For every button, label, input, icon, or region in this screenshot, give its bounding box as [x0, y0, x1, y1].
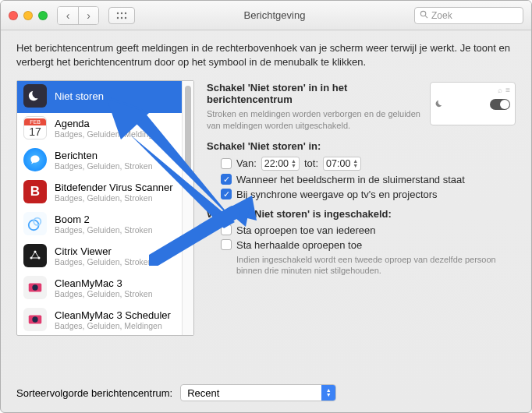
from-label: Van: — [236, 157, 257, 169]
sidebar-item-citrix[interactable]: Citrix ViewerBadges, Geluiden, Stroken — [17, 241, 182, 273]
moon-icon — [435, 99, 445, 110]
search-icon — [420, 10, 428, 21]
notifications-prefpane: ‹ › Berichtgeving Zoek Het berichtencent… — [0, 0, 532, 413]
to-label: tot: — [304, 157, 318, 169]
svg-point-6 — [420, 11, 425, 16]
bitdefender-icon: B — [23, 180, 47, 203]
sidebar-item-bitdefender[interactable]: B Bitdefender Virus ScannerBadges, Gelui… — [17, 177, 182, 209]
cleanmymac-icon — [23, 308, 47, 331]
sidebar-item-cleanmymac-scheduler[interactable]: CleanMyMac 3 SchedulerBadges, Geluiden, … — [17, 305, 182, 335]
repeat-note: Indien ingeschakeld wordt een tweede opr… — [236, 254, 516, 277]
checkbox-mirroring[interactable]: ✓ — [221, 189, 232, 199]
opt-label: Sta oproepen toe van iedereen — [236, 224, 376, 236]
detail-pane: Schakel 'Niet storen' in in het berichte… — [207, 80, 516, 336]
dnd-toggle — [490, 99, 510, 110]
window-controls — [9, 11, 48, 20]
checkbox-display-sleep[interactable]: ✓ — [221, 174, 232, 185]
svg-point-3 — [117, 16, 119, 18]
svg-point-0 — [117, 12, 119, 13]
sidebar-item-label: CleanMyMac 3 Scheduler — [55, 309, 171, 321]
calendar-icon: FEB17 — [23, 116, 47, 139]
sort-order-select[interactable]: Recent ▲▼ — [180, 384, 336, 401]
sidebar-item-label: Bitdefender Virus Scanner — [55, 182, 173, 193]
sidebar-item-agenda[interactable]: FEB17 AgendaBadges, Geluiden, Meldingen — [17, 113, 182, 145]
svg-point-1 — [121, 12, 122, 13]
checkbox-schedule[interactable] — [221, 158, 232, 169]
sidebar-item-do-not-disturb[interactable]: Niet storen — [17, 81, 182, 113]
opt-label: Bij synchrone weergave op tv's en projec… — [236, 189, 438, 200]
window-title: Berichtgeving — [141, 9, 408, 21]
show-all-button[interactable] — [108, 7, 135, 24]
scrollbar-thumb[interactable] — [185, 86, 191, 171]
detail-heading: Schakel 'Niet storen' in in het berichte… — [207, 82, 347, 105]
close-icon[interactable] — [9, 11, 18, 20]
sidebar-item-label: Agenda — [55, 118, 162, 129]
detail-hint: Stroken en meldingen worden verborgen en… — [207, 108, 422, 131]
scrollbar[interactable] — [182, 81, 193, 335]
stepper-icon[interactable]: ▲▼ — [353, 159, 358, 168]
messages-icon — [23, 148, 47, 171]
boom-icon — [23, 212, 47, 235]
svg-line-7 — [425, 16, 427, 18]
moon-icon — [23, 84, 47, 108]
titlebar: ‹ › Berichtgeving Zoek — [1, 1, 531, 30]
sidebar-item-label: Niet storen — [55, 90, 104, 102]
cleanmymac-icon — [23, 276, 47, 299]
sidebar-item-cleanmymac[interactable]: CleanMyMac 3Badges, Geluiden, Stroken — [17, 273, 182, 305]
svg-point-5 — [125, 16, 126, 18]
minimize-icon[interactable] — [23, 11, 33, 20]
search-input[interactable]: Zoek — [414, 7, 523, 24]
intro-text: Het berichtencentrum geeft meldingen in … — [16, 41, 516, 69]
checkbox-allow-repeat[interactable] — [221, 239, 232, 250]
search-icon: ⌕ — [498, 86, 502, 94]
stepper-icon[interactable]: ▲▼ — [291, 159, 296, 168]
citrix-icon — [23, 244, 47, 267]
sidebar-item-label: CleanMyMac 3 — [55, 277, 153, 289]
menu-icon: ≡ — [505, 86, 510, 94]
sort-label: Sorteervolgorde berichtencentrum: — [16, 387, 172, 399]
sidebar-item-berichten[interactable]: BerichtenBadges, Geluiden, Stroken — [17, 145, 182, 177]
chevron-updown-icon: ▲▼ — [321, 385, 335, 401]
sidebar-item-label: Citrix Viewer — [55, 245, 153, 257]
app-list: Niet storen FEB17 AgendaBadges, Geluiden… — [16, 80, 194, 336]
notification-center-preview: ⌕≡ — [430, 82, 516, 125]
footer: Sorteervolgorde berichtencentrum: Recent… — [16, 384, 336, 401]
back-button[interactable]: ‹ — [58, 7, 78, 24]
from-time-input[interactable]: 22:00 ▲▼ — [261, 157, 300, 171]
zoom-icon[interactable] — [38, 11, 48, 20]
sidebar-item-label: Boom 2 — [55, 214, 153, 225]
svg-point-14 — [32, 285, 37, 291]
opt-label: Sta herhaalde oproepen toe — [236, 239, 362, 251]
search-placeholder: Zoek — [431, 10, 452, 21]
sidebar-item-label: Berichten — [55, 150, 153, 161]
nav-buttons: ‹ › — [57, 6, 99, 25]
forward-button[interactable]: › — [78, 7, 98, 24]
svg-point-16 — [32, 317, 37, 323]
section-schedule: Schakel 'Niet storen' in: — [207, 140, 516, 152]
content: Het berichtencentrum geeft meldingen in … — [1, 30, 531, 344]
opt-label: Wanneer het beeldscherm in de sluimersta… — [236, 174, 465, 185]
svg-point-4 — [121, 16, 122, 18]
sidebar-item-boom2[interactable]: Boom 2Badges, Geluiden, Stroken — [17, 209, 182, 241]
select-value: Recent — [181, 387, 321, 399]
svg-point-2 — [125, 12, 126, 13]
to-time-input[interactable]: 07:00 ▲▼ — [323, 157, 361, 171]
section-when-enabled: Wanneer 'Niet storen' is ingeschakeld: — [207, 208, 516, 220]
checkbox-allow-everyone[interactable] — [221, 224, 232, 235]
